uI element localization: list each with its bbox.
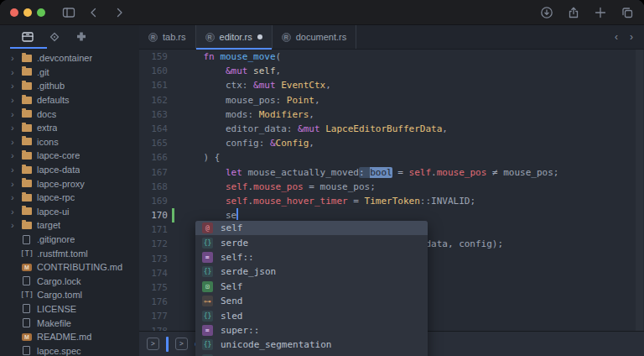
code-line-165[interactable]: 165 config: &Config, — [139, 136, 644, 150]
code-line-162[interactable]: 162 mouse_pos: Point, — [139, 93, 644, 107]
completion-item-Size[interactable]: ⊞Size — [195, 353, 428, 356]
file-tree: ›.devcontainer›.git›.github›defaults›doc… — [0, 49, 139, 356]
tree-item-.rustfmt.toml[interactable]: [T].rustfmt.toml — [0, 246, 139, 260]
tree-item-lapce-proxy[interactable]: ›lapce-proxy — [0, 176, 139, 191]
change-indicator — [172, 136, 174, 150]
completion-item-Send[interactable]: ⊶Send — [195, 294, 428, 308]
tree-item-extra[interactable]: ›extra — [0, 121, 139, 135]
line-number: 166 — [139, 150, 168, 165]
zoom-window-button[interactable] — [37, 8, 45, 17]
code-line-163[interactable]: 163 mods: Modifiers, — [139, 107, 644, 122]
completion-item-serde[interactable]: {}serde — [195, 235, 428, 249]
tree-item-.devcontainer[interactable]: ›.devcontainer — [0, 51, 139, 65]
plugins-icon[interactable] — [75, 30, 88, 44]
change-indicator — [172, 252, 174, 266]
tab-editor.rs[interactable]: Reditor.rs — [196, 25, 273, 49]
tree-item-lapce-rpc[interactable]: ›lapce-rpc — [0, 191, 139, 205]
nav-back-icon[interactable] — [87, 6, 101, 19]
code-line-167[interactable]: 167 let mouse_actually_moved: bool = sel… — [139, 165, 644, 180]
code-line-159[interactable]: 159 fn mouse_move( — [139, 50, 644, 64]
tree-item-.git[interactable]: ›.git — [0, 65, 139, 80]
code-line-166[interactable]: 166 ) { — [139, 150, 644, 165]
completion-item-unicode_segmentation[interactable]: {}unicode_segmentation — [195, 338, 428, 352]
code-line-161[interactable]: 161 ctx: &mut EventCtx, — [139, 78, 644, 92]
chevron-right-icon: › — [11, 221, 22, 229]
tree-item-docs[interactable]: ›docs — [0, 107, 139, 121]
tree-item-label: icons — [37, 137, 59, 147]
completion-label: sled — [221, 311, 243, 322]
source-control-icon[interactable] — [48, 30, 61, 44]
file-icon — [23, 235, 30, 244]
file-icon — [23, 318, 30, 327]
completion-item-super::[interactable]: ≡super:: — [195, 323, 428, 338]
line-number: 171 — [139, 222, 168, 237]
file-icon — [23, 304, 30, 313]
change-indicator — [172, 122, 174, 136]
tree-item-label: lapce-rpc — [37, 192, 75, 202]
editor-scrollbar[interactable] — [636, 50, 643, 331]
line-number: 176 — [139, 295, 168, 309]
completion-item-sled[interactable]: {}sled — [195, 308, 428, 322]
completion-label: self:: — [221, 252, 254, 263]
chevron-right-icon: › — [11, 123, 22, 132]
code-text: self.mouse_pos = mouse_pos; — [181, 180, 376, 194]
tree-item-LICENSE[interactable]: LICENSE — [0, 302, 139, 317]
download-icon[interactable] — [540, 6, 553, 19]
minimize-window-button[interactable] — [23, 8, 32, 17]
tree-item-lapce-core[interactable]: ›lapce-core — [0, 149, 139, 163]
tabs-back-icon[interactable]: ‹ — [615, 31, 618, 43]
code-line-164[interactable]: 164 editor_data: &mut LapceEditorBufferD… — [139, 122, 644, 136]
close-window-button[interactable] — [10, 8, 18, 17]
tree-item-lapce-data[interactable]: ›lapce-data — [0, 163, 139, 177]
tree-item-lapce-ui[interactable]: ›lapce-ui — [0, 205, 139, 219]
code-text: mods: Modifiers, — [181, 107, 314, 122]
code-text: ) { — [181, 150, 220, 165]
tree-item-defaults[interactable]: ›defaults — [0, 93, 139, 107]
tree-item-icons[interactable]: ›icons — [0, 135, 139, 149]
tree-item-.gitignore[interactable]: .gitignore — [0, 233, 139, 247]
tab-tab.rs[interactable]: Rtab.rs — [139, 25, 196, 49]
code-line-168[interactable]: 168 self.mouse_pos = mouse_pos; — [139, 180, 644, 194]
tree-item-target[interactable]: ›target — [0, 218, 139, 233]
markdown-file-icon: M — [22, 264, 32, 271]
tree-item-Makefile[interactable]: Makefile — [0, 316, 139, 330]
tree-item-CONTRIBUTING.md[interactable]: MCONTRIBUTING.md — [0, 260, 139, 275]
tab-document.rs[interactable]: Rdocument.rs — [273, 25, 357, 49]
copy-windows-icon[interactable] — [621, 6, 634, 19]
file-explorer-icon[interactable] — [21, 30, 34, 44]
tree-item-.github[interactable]: ›.github — [0, 79, 139, 93]
path-kind-icon: ≡ — [202, 252, 213, 263]
tree-item-Cargo.toml[interactable]: [T]Cargo.toml — [0, 288, 139, 302]
keyword-kind-icon: @ — [202, 222, 213, 233]
markdown-file-icon: M — [22, 333, 32, 341]
completion-item-serde_json[interactable]: {}serde_json — [195, 264, 428, 279]
code-text: let mouse_actually_moved: bool = self.mo… — [181, 165, 558, 180]
line-number: 162 — [139, 93, 168, 107]
folder-icon — [22, 55, 32, 62]
new-tab-icon[interactable] — [594, 6, 607, 19]
terminal-panel-icon[interactable]: > — [147, 338, 159, 350]
tabs-forward-icon[interactable]: › — [630, 31, 633, 43]
code-line-169[interactable]: 169 self.mouse_hover_timer = TimerToken:… — [139, 194, 644, 208]
completion-item-Self[interactable]: ⊡Self — [195, 280, 428, 294]
code-text: config: &Config, — [181, 136, 314, 150]
change-indicator — [172, 50, 174, 64]
tree-item-Cargo.lock[interactable]: Cargo.lock — [0, 275, 139, 289]
path-kind-icon: ≡ — [202, 325, 213, 336]
folder-icon — [22, 82, 32, 90]
completion-item-self[interactable]: @self — [195, 221, 428, 235]
tree-item-label: .gitignore — [37, 234, 75, 244]
chevron-right-icon: › — [11, 151, 22, 160]
completion-label: Send — [221, 296, 243, 306]
toml-file-icon: [T] — [20, 249, 34, 258]
tree-item-lapce.spec[interactable]: lapce.spec — [0, 343, 139, 356]
nav-forward-icon[interactable] — [112, 6, 126, 19]
sidebar-toggle-icon[interactable] — [62, 6, 75, 19]
terminal-tab-icon[interactable]: > — [175, 338, 188, 350]
tree-item-README.md[interactable]: MREADME.md — [0, 330, 139, 344]
completion-item-self::[interactable]: ≡self:: — [195, 250, 428, 264]
code-line-160[interactable]: 160 &mut self, — [139, 64, 644, 78]
code-text: ctx: &mut EventCtx, — [181, 78, 331, 92]
tree-item-label: lapce-proxy — [37, 179, 85, 189]
share-icon[interactable] — [567, 6, 580, 19]
